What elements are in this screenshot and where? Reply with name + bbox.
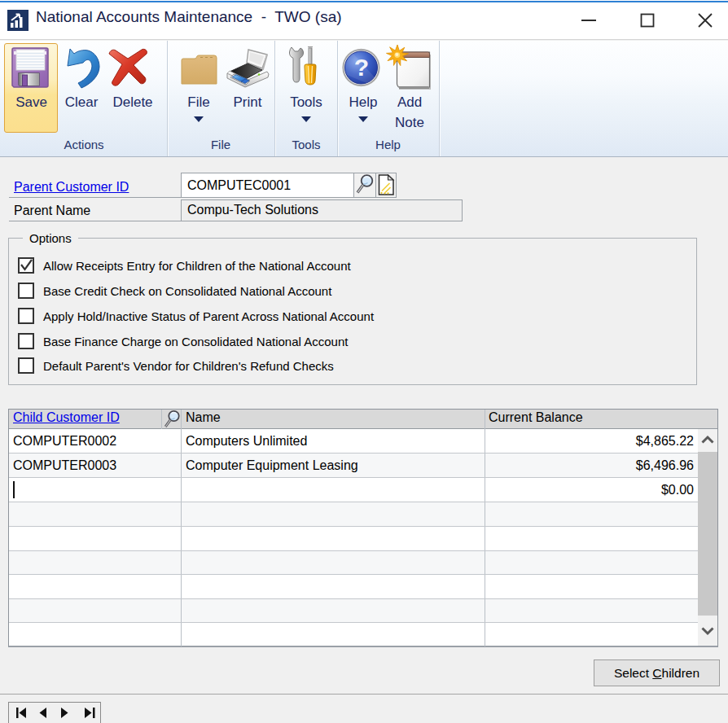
svg-text:?: ? [354,54,369,81]
